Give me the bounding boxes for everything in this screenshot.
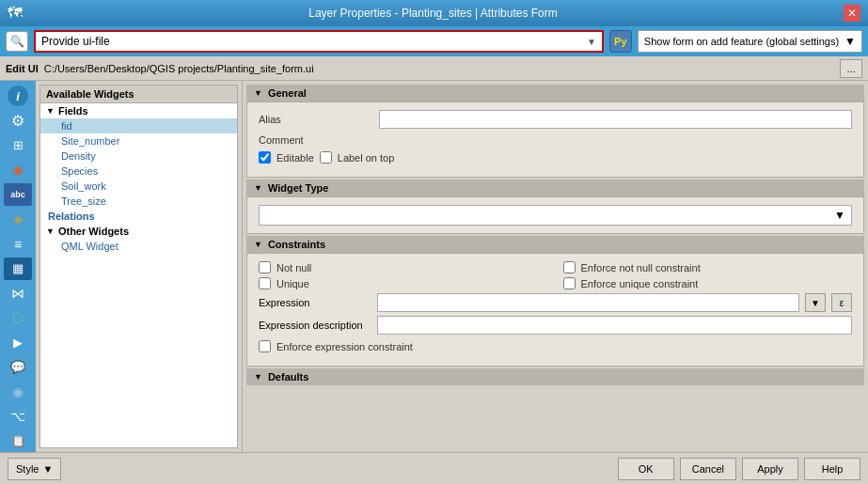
- chevron-down-icon-expr: ▼: [811, 298, 820, 308]
- sidebar-icon-fields[interactable]: ≡: [4, 233, 32, 256]
- app-logo-icon: 🗺: [8, 5, 23, 22]
- ok-button[interactable]: OK: [618, 458, 674, 480]
- style-button[interactable]: Style ▼: [8, 458, 61, 480]
- bottom-buttons: OK Cancel Apply Help: [618, 458, 860, 480]
- sidebar-icon-settings[interactable]: ⚙: [4, 109, 32, 132]
- sidebar-icon-rendering[interactable]: ◉: [4, 380, 32, 402]
- tree-item-site-number[interactable]: Site_number: [40, 133, 237, 148]
- style-label: Style: [16, 463, 39, 475]
- sidebar-icon-actions[interactable]: ▶: [4, 331, 32, 353]
- ui-file-dropdown[interactable]: Provide ui-file ▼: [34, 30, 604, 53]
- tree-size-label: Tree_size: [61, 195, 106, 207]
- sidebar-icon-source[interactable]: ⊞: [4, 133, 32, 156]
- constraints-label: Constraints: [268, 239, 325, 250]
- tree-item-species[interactable]: Species: [40, 164, 237, 179]
- general-section-header[interactable]: ▼ General: [246, 85, 864, 101]
- python-button[interactable]: Py: [609, 30, 632, 53]
- constraints-content: Not null Enforce not null constraint Uni…: [246, 253, 864, 367]
- alias-row: Alias: [259, 110, 852, 129]
- help-button[interactable]: Help: [804, 458, 860, 480]
- sidebar-icon-3d[interactable]: ⬡: [4, 306, 32, 329]
- close-button[interactable]: ✕: [844, 5, 860, 22]
- widget-type-header[interactable]: ▼ Widget Type: [246, 180, 864, 196]
- unique-checkbox[interactable]: [259, 277, 271, 289]
- general-section: ▼ General Alias Comment Editable Label o…: [246, 85, 864, 178]
- chevron-down-icon-other: ▼: [46, 226, 55, 236]
- chevron-down-icon-widget-dd: ▼: [834, 209, 845, 222]
- chevron-down-icon-fields: ▼: [46, 106, 55, 116]
- cancel-button[interactable]: Cancel: [680, 458, 736, 480]
- top-bar: 🔍 Provide ui-file ▼ Py Show form on add …: [0, 26, 868, 56]
- widget-type-section: ▼ Widget Type ▼: [246, 180, 864, 234]
- qml-widget-label: QML Widget: [61, 241, 118, 252]
- expression-desc-row: Expression description: [259, 316, 852, 335]
- constraints-header[interactable]: ▼ Constraints: [246, 236, 864, 253]
- comment-label: Comment: [259, 134, 371, 146]
- editable-row: Editable Label on top: [259, 151, 852, 164]
- epsilon-icon: ε: [840, 298, 844, 308]
- chevron-down-icon-constraints: ▼: [254, 240, 262, 249]
- enforce-unique-row: Enforce unique constraint: [563, 277, 853, 289]
- tree-item-tree-size[interactable]: Tree_size: [40, 194, 237, 209]
- search-button[interactable]: 🔍: [6, 31, 28, 52]
- enforce-expr-row: Enforce expression constraint: [259, 340, 852, 352]
- ui-file-dropdown-value: Provide ui-file: [41, 35, 110, 48]
- tree-item-other-widgets-group[interactable]: ▼ Other Widgets: [40, 224, 237, 239]
- sidebar-icon-variables[interactable]: ⌥: [4, 405, 32, 428]
- fid-label: fid: [61, 120, 72, 132]
- expression-desc-input[interactable]: [377, 316, 852, 335]
- search-icon: 🔍: [10, 35, 24, 48]
- window-title: Layer Properties - Planting_sites | Attr…: [23, 7, 844, 20]
- tree-item-relations[interactable]: Relations: [40, 209, 237, 224]
- sidebar-icon-display[interactable]: 💬: [4, 355, 32, 378]
- widget-type-content: ▼: [246, 196, 864, 234]
- tree-item-soil-work[interactable]: Soil_work: [40, 179, 237, 194]
- expression-row: Expression ▼ ε: [259, 293, 852, 312]
- editable-checkbox[interactable]: [259, 151, 271, 164]
- label-on-top-label: Label on top: [338, 152, 395, 164]
- browse-button[interactable]: ...: [840, 59, 862, 78]
- sidebar-icon-diagram[interactable]: ◈: [4, 208, 32, 230]
- tree-item-fid[interactable]: fid: [40, 118, 237, 133]
- enforce-not-null-row: Enforce not null constraint: [563, 261, 853, 273]
- python-label: Py: [614, 36, 626, 47]
- expression-label: Expression: [259, 297, 371, 308]
- tree-item-qml-widget[interactable]: QML Widget: [40, 239, 237, 254]
- apply-button[interactable]: Apply: [742, 458, 798, 480]
- sidebar-icon-joins[interactable]: ⋈: [4, 282, 32, 304]
- expression-arrow-btn[interactable]: ▼: [805, 293, 826, 312]
- edit-ui-label: Edit UI: [6, 63, 39, 74]
- enforce-unique-checkbox[interactable]: [563, 277, 576, 289]
- not-null-label: Not null: [276, 262, 311, 273]
- right-panel[interactable]: ▼ General Alias Comment Editable Label o…: [243, 81, 868, 452]
- fields-group-label: Fields: [58, 105, 88, 117]
- available-widgets-tree: Available Widgets ▼ Fields fid Site_numb…: [39, 85, 238, 448]
- edit-ui-bar: Edit UI C:/Users/Ben/Desktop/QGIS projec…: [0, 56, 868, 81]
- soil-work-label: Soil_work: [61, 180, 106, 192]
- show-form-dropdown[interactable]: Show form on add feature (global setting…: [638, 30, 862, 53]
- constraints-section: ▼ Constraints Not null Enforce not null …: [246, 236, 864, 367]
- chevron-down-icon-widget: ▼: [254, 183, 262, 193]
- enforce-expr-checkbox[interactable]: [259, 340, 271, 352]
- expression-epsilon-btn[interactable]: ε: [831, 293, 852, 312]
- sidebar-icon-metadata[interactable]: 📋: [4, 429, 32, 452]
- density-label: Density: [61, 150, 96, 162]
- alias-input[interactable]: [379, 110, 852, 129]
- sidebar-icon-form[interactable]: ▦: [4, 258, 32, 280]
- enforce-unique-label: Enforce unique constraint: [581, 278, 699, 289]
- tree-item-fields-group[interactable]: ▼ Fields: [40, 103, 237, 118]
- enforce-not-null-checkbox[interactable]: [563, 261, 576, 273]
- defaults-header[interactable]: ▼ Defaults: [246, 368, 864, 385]
- tree-item-density[interactable]: Density: [40, 148, 237, 164]
- label-on-top-checkbox[interactable]: [320, 151, 332, 164]
- sidebar-icon-symbology[interactable]: ◈: [4, 158, 32, 180]
- widget-type-dropdown[interactable]: ▼: [259, 205, 852, 226]
- constraints-grid: Not null Enforce not null constraint Uni…: [259, 261, 852, 289]
- edit-ui-path: C:/Users/Ben/Desktop/QGIS projects/Plant…: [44, 63, 834, 74]
- unique-row: Unique: [259, 277, 548, 289]
- sidebar-icon-info[interactable]: i: [4, 85, 32, 107]
- sidebar-icon-labels[interactable]: abc: [4, 183, 32, 207]
- not-null-checkbox[interactable]: [259, 261, 271, 273]
- chevron-down-icon-style: ▼: [42, 463, 53, 475]
- expression-input[interactable]: [377, 293, 799, 312]
